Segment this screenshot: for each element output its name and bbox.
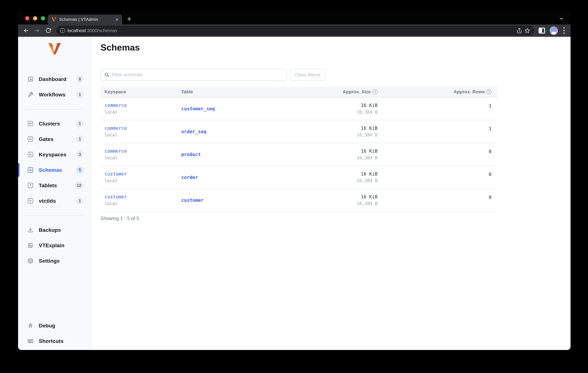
- sidebar-item-debug[interactable]: Debug: [18, 319, 91, 332]
- sidebar-item-dashboard[interactable]: Dashboard 0: [18, 72, 91, 86]
- column-header-rows[interactable]: Approx. Rows?: [383, 89, 497, 94]
- reload-button[interactable]: [45, 27, 52, 34]
- table-link[interactable]: product: [181, 152, 269, 157]
- browser-tab[interactable]: Schemas | VTAdmin ×: [48, 14, 122, 24]
- keyspace-link[interactable]: commerce: [105, 148, 181, 154]
- address-bar[interactable]: i localhost:3000/schemas: [56, 26, 534, 35]
- back-button[interactable]: [23, 27, 30, 34]
- browser-window: Schemas | VTAdmin × + i localhost:3000/s…: [18, 12, 571, 350]
- table-header: Keyspace Table Approx. Size? Approx. Row…: [101, 87, 497, 97]
- browser-toolbar: i localhost:3000/schemas: [18, 24, 571, 37]
- filter-row: Clear filters: [101, 69, 571, 81]
- side-panel-icon[interactable]: [538, 28, 545, 34]
- sidebar-divider: [25, 109, 84, 110]
- count-badge: 5: [76, 166, 84, 174]
- gear-icon: [27, 258, 34, 263]
- count-badge: 1: [76, 135, 84, 143]
- table-row: commerce local order_seq 16 KiB 16,384 B…: [101, 120, 497, 143]
- keyspace-cell: customer local: [101, 189, 181, 211]
- rows-value: 0: [489, 172, 492, 177]
- help-icon[interactable]: ?: [487, 89, 492, 94]
- rows-value: 0: [489, 149, 492, 154]
- cluster-label: local: [105, 155, 181, 160]
- sidebar-item-label: Keyspaces: [39, 152, 67, 158]
- table-cell: order_seq: [181, 120, 269, 143]
- tab-strip: Schemas | VTAdmin × +: [18, 12, 571, 24]
- count-badge: 1: [76, 197, 84, 205]
- sidebar-item-label: Clusters: [39, 121, 60, 127]
- column-header-keyspace[interactable]: Keyspace: [101, 89, 181, 94]
- sidebar-item-schemas[interactable]: S Schemas 5: [18, 163, 91, 177]
- sidebar: Dashboard 0 Workflows 1 R Clusters: [18, 37, 91, 350]
- vitess-favicon-icon: [52, 17, 56, 22]
- size-bytes: 16,384 B: [357, 132, 378, 138]
- clear-filters-button[interactable]: Clear filters: [290, 69, 325, 81]
- table-link[interactable]: customer_seq: [181, 106, 269, 111]
- rows-value: 0: [489, 195, 492, 200]
- new-tab-button[interactable]: +: [127, 14, 131, 24]
- keyspace-cell: commerce local: [101, 120, 181, 143]
- size-value: 16 KiB: [361, 125, 378, 131]
- keyspace-link[interactable]: customer: [105, 194, 181, 199]
- site-info-icon[interactable]: i: [60, 28, 65, 33]
- sidebar-item-keyspaces[interactable]: K Keyspaces 3: [18, 148, 91, 161]
- sidebar-item-settings[interactable]: Settings: [18, 254, 91, 268]
- column-header-size[interactable]: Approx. Size?: [269, 89, 383, 94]
- help-icon[interactable]: ?: [373, 89, 378, 94]
- rows-cell: 1: [383, 120, 497, 143]
- table-link[interactable]: corder: [181, 175, 269, 180]
- pagination-status: Showing 1 - 5 of 5: [101, 216, 571, 221]
- forward-button[interactable]: [34, 27, 41, 34]
- sidebar-item-label: Debug: [39, 323, 55, 329]
- search-icon: [104, 72, 109, 77]
- table-link[interactable]: order_seq: [181, 129, 269, 134]
- share-icon[interactable]: [516, 28, 522, 33]
- sidebar-item-label: Gates: [39, 136, 53, 142]
- keyspace-cell: commerce local: [101, 143, 181, 166]
- size-bytes: 16,384 B: [357, 178, 378, 183]
- sidebar-item-shortcuts[interactable]: Shortcuts: [18, 334, 91, 348]
- sidebar-item-backups[interactable]: Backups: [18, 223, 91, 237]
- tablets-letter-icon: T: [27, 183, 34, 188]
- vitess-logo: [48, 43, 61, 55]
- cluster-label: local: [105, 132, 181, 138]
- bookmark-star-icon[interactable]: [525, 28, 530, 33]
- keyspace-link[interactable]: commerce: [105, 103, 181, 108]
- zoom-window-button[interactable]: [41, 16, 45, 20]
- table-cell: product: [181, 143, 269, 166]
- tab-title: Schemas | VTAdmin: [59, 17, 98, 22]
- sidebar-nav: Dashboard 0 Workflows 1 R Clusters: [18, 72, 91, 350]
- count-badge: 0: [76, 75, 84, 83]
- sidebar-item-workflows[interactable]: Workflows 1: [18, 88, 91, 101]
- sidebar-item-label: Dashboard: [39, 76, 66, 82]
- url-text[interactable]: localhost:3000/schemas: [67, 28, 117, 33]
- sidebar-item-clusters[interactable]: R Clusters 1: [18, 117, 91, 131]
- keyspace-link[interactable]: customer: [105, 171, 181, 177]
- document-check-icon: [27, 242, 34, 248]
- sidebar-item-vtctlds[interactable]: V vtctlds 1: [18, 194, 91, 208]
- cluster-label: local: [105, 110, 181, 115]
- rows-cell: 0: [383, 143, 497, 166]
- clusters-letter-icon: R: [27, 121, 34, 126]
- close-window-button[interactable]: [25, 16, 29, 20]
- size-value: 16 KiB: [361, 171, 378, 177]
- sidebar-item-tablets[interactable]: T Tablets 12: [18, 179, 91, 192]
- table-link[interactable]: customer: [181, 197, 269, 203]
- tab-close-icon[interactable]: ×: [115, 17, 118, 22]
- filter-schemas-input[interactable]: [112, 72, 283, 77]
- minimize-window-button[interactable]: [33, 16, 37, 20]
- sidebar-item-gates[interactable]: G Gates 1: [18, 132, 91, 146]
- rows-value: 1: [489, 103, 492, 109]
- count-badge: 12: [74, 182, 84, 189]
- profile-avatar[interactable]: [550, 26, 558, 35]
- rows-cell: 0: [383, 189, 497, 211]
- keyspace-link[interactable]: commerce: [105, 125, 181, 131]
- column-header-table[interactable]: Table: [181, 89, 269, 94]
- tab-list-chevron-icon[interactable]: [559, 16, 564, 22]
- keyspace-cell: customer local: [101, 166, 181, 188]
- schemas-letter-icon: S: [27, 167, 34, 173]
- browser-menu-icon[interactable]: [562, 27, 566, 34]
- table-row: customer local customer 16 KiB 16,384 B …: [101, 189, 497, 212]
- sidebar-item-vtexplain[interactable]: VTExplain: [18, 239, 91, 252]
- sidebar-item-label: Schemas: [39, 167, 62, 173]
